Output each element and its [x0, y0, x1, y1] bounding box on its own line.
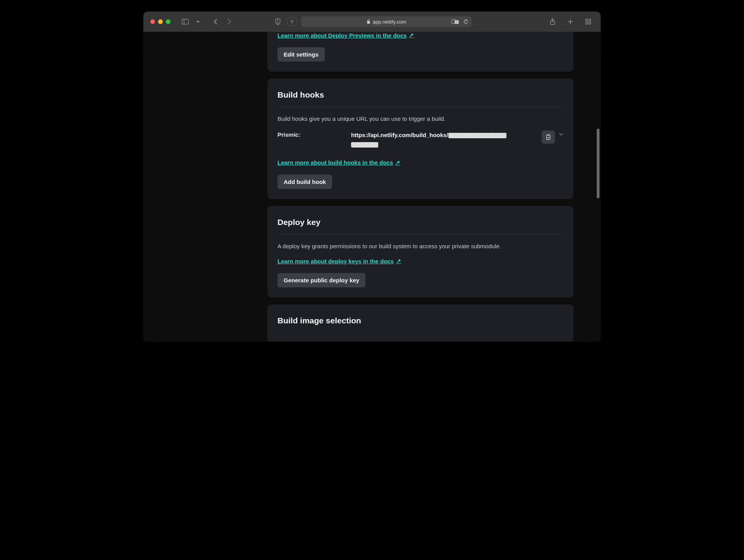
- copy-url-button[interactable]: [542, 131, 555, 144]
- reader-mode-button[interactable]: [287, 17, 297, 26]
- settings-content: Learn more about Deploy Previews in the …: [267, 32, 574, 342]
- close-window-button[interactable]: [150, 19, 155, 24]
- address-bar-actions: [451, 19, 468, 24]
- new-tab-button[interactable]: [565, 16, 576, 27]
- sidebar-toggle-button[interactable]: [180, 16, 191, 27]
- tab-overview-button[interactable]: [583, 16, 594, 27]
- build-image-card: Build image selection: [267, 304, 574, 342]
- svg-rect-14: [589, 19, 591, 21]
- external-link-icon: ↗: [396, 258, 401, 265]
- svg-rect-17: [547, 135, 550, 139]
- scrollbar-thumb[interactable]: [597, 129, 599, 198]
- build-hooks-docs-link[interactable]: Learn more about build hooks in the docs…: [277, 159, 400, 166]
- build-image-title: Build image selection: [277, 314, 563, 327]
- deploy-key-description: A deploy key grants permissions to our b…: [277, 242, 563, 251]
- address-bar-host: app.netlify.com: [373, 19, 406, 25]
- generate-deploy-key-button[interactable]: Generate public deploy key: [277, 273, 365, 287]
- expand-hook-button[interactable]: [559, 131, 563, 136]
- external-link-icon: ↗: [409, 32, 414, 39]
- address-area: app.netlify.com: [272, 16, 472, 27]
- deploy-key-title: Deploy key: [277, 215, 563, 234]
- build-hook-url-prefix: https://api.netlify.com/build_hooks/: [351, 132, 448, 138]
- external-link-icon: ↗: [395, 159, 400, 166]
- svg-rect-13: [586, 19, 588, 21]
- redacted-text: [351, 142, 378, 148]
- browser-window: app.netlify.com: [143, 12, 601, 342]
- svg-rect-16: [589, 22, 591, 24]
- link-text: Learn more about deploy keys in the docs: [277, 258, 394, 265]
- deploy-key-docs-link[interactable]: Learn more about deploy keys in the docs…: [277, 258, 401, 265]
- build-hook-label: Prismic:: [277, 131, 343, 138]
- svg-rect-8: [455, 20, 459, 24]
- privacy-shield-button[interactable]: [272, 16, 283, 27]
- link-text: Learn more about build hooks in the docs: [277, 159, 393, 166]
- window-controls: [150, 19, 170, 24]
- nav-arrows: [210, 16, 235, 27]
- edit-settings-button[interactable]: Edit settings: [277, 47, 325, 62]
- translate-button[interactable]: [451, 19, 459, 24]
- build-hooks-card: Build hooks Build hooks give you a uniqu…: [267, 79, 574, 199]
- svg-rect-15: [586, 22, 588, 24]
- build-hooks-description: Build hooks give you a unique URL you ca…: [277, 115, 563, 124]
- svg-rect-18: [548, 134, 549, 136]
- toolbar-right: [547, 16, 594, 27]
- build-hook-row: Prismic: https://api.netlify.com/build_h…: [277, 131, 563, 149]
- svg-rect-6: [367, 21, 370, 24]
- svg-rect-0: [182, 19, 189, 24]
- chevron-down-icon: [559, 133, 563, 136]
- build-hook-actions: [542, 131, 563, 144]
- titlebar: app.netlify.com: [143, 12, 601, 32]
- deploy-key-card: Deploy key A deploy key grants permissio…: [267, 206, 574, 298]
- add-build-hook-button[interactable]: Add build hook: [277, 175, 332, 189]
- redacted-text: [448, 133, 506, 138]
- minimize-window-button[interactable]: [158, 19, 163, 24]
- share-button[interactable]: [547, 16, 558, 27]
- back-button[interactable]: [210, 16, 221, 27]
- address-bar[interactable]: app.netlify.com: [301, 16, 472, 27]
- tab-group-menu[interactable]: [192, 16, 203, 27]
- clipboard-icon: [545, 134, 551, 140]
- chevron-down-icon: [196, 21, 200, 23]
- deploy-previews-card: Learn more about Deploy Previews in the …: [267, 32, 574, 72]
- build-hook-url: https://api.netlify.com/build_hooks/: [351, 131, 534, 149]
- page-viewport: Learn more about Deploy Previews in the …: [143, 32, 601, 342]
- forward-button[interactable]: [224, 16, 235, 27]
- lock-icon: [367, 19, 370, 24]
- link-text: Learn more about Deploy Previews in the …: [277, 32, 406, 39]
- sidebar-toggle-group: [180, 16, 203, 27]
- reload-button[interactable]: [463, 19, 468, 24]
- build-hooks-title: Build hooks: [277, 88, 563, 107]
- deploy-previews-docs-link[interactable]: Learn more about Deploy Previews in the …: [277, 32, 414, 39]
- maximize-window-button[interactable]: [166, 19, 170, 24]
